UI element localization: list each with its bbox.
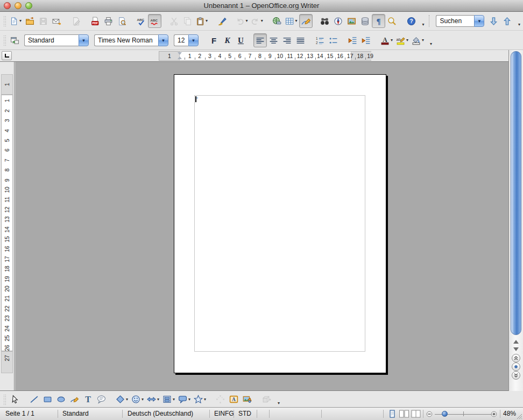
status-insert-mode[interactable]: EINFG <box>214 410 234 417</box>
combo-dropdown-button[interactable]: ▼ <box>79 34 89 46</box>
align-right-button[interactable] <box>280 33 294 47</box>
copy-button[interactable] <box>181 14 194 28</box>
horizontal-ruler[interactable]: 112345678910111213141516171819 <box>159 51 371 61</box>
align-center-button[interactable] <box>267 33 280 47</box>
navigation-button[interactable] <box>512 362 520 371</box>
format-toolbar-drag-handle[interactable] <box>3 34 6 46</box>
draw-toolbar-overflow-button[interactable]: ▾ <box>273 393 281 407</box>
next-page-button[interactable] <box>512 371 520 380</box>
increase-indent-button[interactable] <box>359 33 373 47</box>
status-language[interactable]: Deutsch (Deutschland) <box>128 410 193 417</box>
formatting-marks-button[interactable]: ¶ <box>372 14 385 28</box>
vertical-scrollbar[interactable] <box>508 50 523 391</box>
callouts-button[interactable]: ▾ <box>176 393 192 407</box>
multi-page-view-button[interactable] <box>399 409 409 418</box>
open-button[interactable] <box>23 14 37 28</box>
search-combo[interactable]: Suchen▼ <box>436 15 484 27</box>
block-arrows-button[interactable]: ▾ <box>145 393 161 407</box>
font-name-combo[interactable]: Times New Roman▼ <box>94 34 168 46</box>
basic-shapes-button[interactable]: ▾ <box>114 393 130 407</box>
main-toolbar-overflow-button[interactable]: ▾ <box>418 14 426 28</box>
insert-table-button[interactable]: ▾ <box>284 14 299 28</box>
ellipse-tool-button[interactable] <box>54 393 68 407</box>
spellcheck-button[interactable]: ABC <box>135 14 148 28</box>
cut-button[interactable] <box>167 14 181 28</box>
previous-page-button[interactable] <box>512 354 520 362</box>
styles-window-button[interactable] <box>8 33 22 47</box>
symbol-shapes-button[interactable]: ▾ <box>130 393 145 407</box>
hyperlink-button[interactable] <box>270 14 284 28</box>
font-size-combo[interactable]: 12▼ <box>174 34 199 46</box>
bold-button[interactable]: F <box>207 33 221 47</box>
combo-dropdown-button[interactable]: ▼ <box>474 15 484 27</box>
select-tool-button[interactable] <box>8 393 22 407</box>
tab-stop-type-selector[interactable] <box>2 51 12 60</box>
window-resize-grip[interactable] <box>515 412 522 419</box>
gallery-button[interactable] <box>345 14 358 28</box>
combo-dropdown-button[interactable]: ▼ <box>188 34 199 46</box>
auto-spellcheck-button[interactable]: ABC <box>148 14 161 28</box>
freeform-line-button[interactable] <box>68 393 81 407</box>
edit-file-button[interactable] <box>69 14 83 28</box>
vertical-ruler[interactable]: 1123456789101112131415161718192021222324… <box>0 62 15 390</box>
font-color-button[interactable]: A▾ <box>379 33 394 47</box>
main-toolbar-drag-handle[interactable] <box>3 15 6 27</box>
align-left-button[interactable] <box>253 33 267 47</box>
fontwork-gallery-button[interactable]: A <box>227 393 241 407</box>
minimize-button[interactable] <box>15 2 22 9</box>
find-replace-button[interactable] <box>318 14 331 28</box>
search-combo-value[interactable]: Suchen <box>436 15 474 27</box>
find-next-button[interactable] <box>487 14 500 28</box>
email-document-button[interactable] <box>50 14 63 28</box>
book-view-button[interactable] <box>411 409 421 418</box>
export-pdf-button[interactable]: PDF <box>88 14 102 28</box>
format-paintbrush-button[interactable] <box>215 14 229 28</box>
paste-button[interactable]: ▾ <box>194 14 209 28</box>
justify-button[interactable] <box>294 33 307 47</box>
callout-tool-button[interactable] <box>95 393 108 407</box>
data-sources-button[interactable] <box>358 14 372 28</box>
picture-from-file-button[interactable] <box>241 393 254 407</box>
page-preview-button[interactable] <box>115 14 129 28</box>
undo-button[interactable]: ▾ <box>234 14 249 28</box>
status-selection-mode[interactable]: STD <box>238 410 251 417</box>
navigator-button[interactable] <box>331 14 345 28</box>
help-button[interactable]: ? <box>405 14 418 28</box>
draw-toolbar-drag-handle[interactable] <box>3 394 6 405</box>
scroll-down-button[interactable] <box>509 346 523 352</box>
search-toolbar-overflow-button[interactable]: ▾ <box>514 14 521 28</box>
status-page-style[interactable]: Standard <box>62 410 89 417</box>
font-name-combo-value[interactable]: Times New Roman <box>94 34 158 46</box>
stars-button[interactable]: ▾ <box>192 393 208 407</box>
text-box-button[interactable]: T <box>81 393 95 407</box>
decrease-indent-button[interactable] <box>346 33 359 47</box>
print-button[interactable] <box>102 14 115 28</box>
save-button[interactable] <box>37 14 50 28</box>
status-zoom-level[interactable]: 48% <box>502 410 516 417</box>
document-page[interactable] <box>174 74 386 373</box>
background-color-button[interactable]: ▾ <box>410 33 426 47</box>
flowchart-button[interactable]: ▾ <box>161 393 176 407</box>
extrusion-toggle-button[interactable] <box>260 393 273 407</box>
rectangle-tool-button[interactable] <box>41 393 54 407</box>
zoom-button[interactable] <box>385 14 399 28</box>
underline-button[interactable]: U <box>234 33 248 47</box>
bullet-list-button[interactable] <box>327 33 340 47</box>
show-draw-functions-button[interactable] <box>299 14 313 28</box>
zoom-slider-thumb[interactable] <box>442 411 448 417</box>
new-document-button[interactable]: ▾ <box>8 14 23 28</box>
zoom-out-button[interactable] <box>426 411 433 417</box>
numbered-list-button[interactable]: 12 <box>313 33 327 47</box>
scroll-up-button[interactable] <box>509 338 523 345</box>
zoom-window-button[interactable] <box>25 2 32 9</box>
close-button[interactable] <box>4 2 11 9</box>
paragraph-style-combo-value[interactable]: Standard <box>24 34 79 46</box>
line-tool-button[interactable] <box>27 393 41 407</box>
paragraph-style-combo[interactable]: Standard▼ <box>24 34 89 46</box>
find-previous-button[interactable] <box>500 14 514 28</box>
format-toolbar-overflow-button[interactable]: ▾ <box>426 33 433 47</box>
zoom-in-button[interactable] <box>491 411 497 417</box>
scrollbar-thumb[interactable] <box>511 51 521 335</box>
italic-button[interactable]: K <box>221 33 234 47</box>
single-page-view-button[interactable] <box>387 409 398 418</box>
